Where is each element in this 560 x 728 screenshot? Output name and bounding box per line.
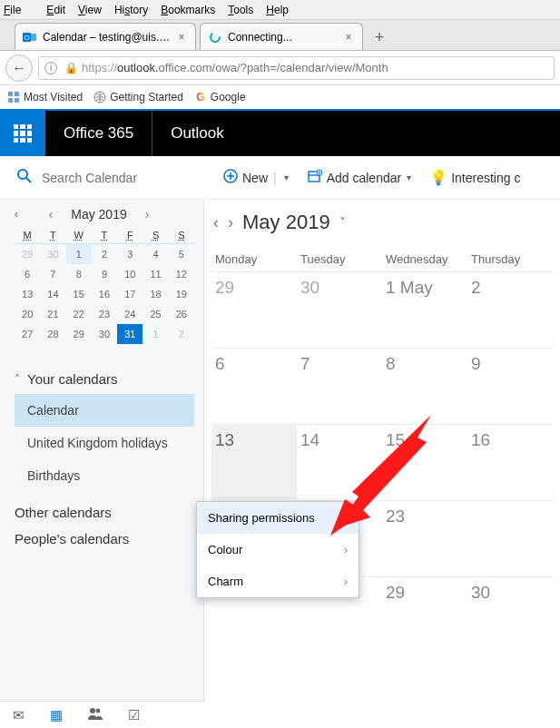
bookmark-google[interactable]: G Google [194, 91, 246, 103]
month-label[interactable]: May 2019 [242, 211, 330, 234]
mini-day-cell[interactable]: 25 [142, 304, 168, 324]
site-info-icon[interactable]: i [44, 62, 57, 74]
mini-day-cell[interactable]: 26 [169, 304, 194, 324]
interesting-calendars-button[interactable]: 💡 Interesting c [429, 169, 520, 186]
mini-day-cell[interactable]: 9 [92, 264, 117, 284]
new-button[interactable]: New | ▾ [222, 168, 289, 188]
mini-day-cell[interactable]: 20 [15, 304, 40, 324]
day-cell[interactable]: 29 [382, 577, 467, 653]
mini-day-cell[interactable]: 29 [66, 324, 92, 344]
mini-day-cell[interactable]: 21 [40, 304, 65, 324]
mail-icon[interactable]: ✉ [13, 707, 25, 723]
peoples-calendars-header[interactable]: People's calendars [15, 526, 194, 552]
menu-file[interactable]: File [4, 4, 34, 16]
ctx-charm[interactable]: Charm › [197, 566, 359, 597]
mini-day-cell[interactable]: 11 [142, 264, 168, 284]
mini-day-cell[interactable]: 2 [169, 324, 194, 344]
month-header: ‹ › May 2019 ˅ [213, 211, 553, 234]
day-cell[interactable]: 16 [467, 425, 553, 500]
mini-day-cell[interactable]: 8 [66, 264, 92, 284]
mini-dow-cell: T [92, 227, 117, 244]
mini-day-cell[interactable]: 6 [15, 264, 40, 284]
mini-day-cell[interactable]: 29 [15, 244, 40, 265]
tab-close-icon[interactable]: × [342, 31, 355, 44]
menu-edit[interactable]: Edit [46, 4, 65, 16]
bookmark-getting-started[interactable]: Getting Started [93, 91, 183, 103]
calendar-item-uk-holidays[interactable]: United Kingdom holidays [15, 427, 194, 459]
day-cell[interactable]: 30 [467, 577, 553, 653]
mini-day-cell[interactable]: 31 [117, 324, 142, 344]
mini-day-cell[interactable]: 30 [40, 244, 65, 265]
menu-help[interactable]: Help [266, 4, 289, 16]
mini-day-cell[interactable]: 19 [169, 284, 194, 304]
suite-brand[interactable]: Office 365 [45, 124, 152, 143]
day-cell[interactable]: 1 May [382, 272, 467, 348]
search-calendar[interactable] [0, 168, 204, 187]
menu-view[interactable]: View [78, 4, 102, 16]
mini-day-cell[interactable]: 7 [40, 264, 65, 284]
google-icon: G [194, 91, 207, 103]
your-calendars-header[interactable]: ˄ Your calendars [15, 366, 194, 392]
calendar-item-birthdays[interactable]: Birthdays [15, 459, 194, 492]
mini-day-cell[interactable]: 17 [117, 284, 142, 304]
mini-day-cell[interactable]: 28 [40, 324, 65, 344]
add-calendar-button[interactable]: Add calendar ▾ [307, 168, 412, 188]
mini-day-cell[interactable]: 4 [142, 244, 168, 265]
mini-day-cell[interactable]: 12 [169, 264, 194, 284]
prev-month-button[interactable]: ‹ [213, 213, 219, 232]
next-month-icon[interactable]: › [145, 207, 150, 221]
calendar-icon[interactable]: ▦ [50, 707, 63, 723]
day-cell[interactable]: 30 [297, 272, 382, 348]
mini-day-cell[interactable]: 22 [66, 304, 92, 324]
mini-day-cell[interactable]: 1 [142, 324, 168, 344]
menu-history[interactable]: History [114, 4, 148, 16]
url-bar[interactable]: i 🔒 https://outlook.office.com/owa/?path… [38, 56, 555, 80]
bookmark-label: Most Visited [24, 91, 83, 103]
ctx-colour[interactable]: Colour › [197, 534, 359, 566]
mini-day-cell[interactable]: 14 [40, 284, 65, 304]
mini-day-cell[interactable]: 24 [117, 304, 142, 324]
day-cell[interactable] [467, 501, 553, 576]
app-name[interactable]: Outlook [152, 124, 242, 143]
day-cell[interactable]: 6 [211, 349, 297, 424]
mini-day-cell[interactable]: 1 [66, 244, 92, 265]
mini-day-cell[interactable]: 15 [66, 284, 92, 304]
peoples-calendars-label: People's calendars [15, 531, 129, 546]
other-calendars-header[interactable]: Other calendars [15, 499, 194, 526]
day-cell[interactable]: 13 [211, 425, 297, 500]
browser-tab[interactable]: Connecting... × [200, 23, 363, 50]
mini-day-cell[interactable]: 18 [142, 284, 168, 304]
tasks-icon[interactable]: ☑ [128, 707, 140, 723]
new-tab-button[interactable]: + [367, 25, 392, 50]
prev-month-icon[interactable]: ‹ [49, 207, 54, 221]
chevron-down-icon[interactable]: ˅ [339, 215, 346, 230]
menu-bookmarks[interactable]: Bookmarks [161, 4, 215, 16]
mini-day-cell[interactable]: 13 [15, 284, 40, 304]
next-month-button[interactable]: › [228, 213, 233, 232]
tab-close-icon[interactable]: × [175, 31, 188, 44]
back-button[interactable]: ← [5, 54, 33, 82]
mini-day-cell[interactable]: 10 [117, 264, 142, 284]
bookmark-most-visited[interactable]: Most Visited [7, 91, 83, 103]
browser-tab[interactable]: O Calendar – testing@uis.ca... × [15, 23, 196, 50]
mini-day-cell[interactable]: 5 [169, 244, 194, 265]
command-bar: New | ▾ Add calendar ▾ 💡 Interesting c [0, 156, 560, 200]
mini-dow-cell: W [66, 227, 92, 244]
app-launcher-button[interactable] [0, 111, 45, 156]
mini-day-cell[interactable]: 23 [92, 304, 117, 324]
mini-day-cell[interactable]: 2 [92, 244, 117, 265]
search-input[interactable] [42, 171, 169, 185]
day-cell[interactable]: 2 [467, 272, 553, 348]
people-icon[interactable] [88, 707, 103, 723]
mini-day-cell[interactable]: 27 [15, 324, 40, 344]
chevron-down-icon[interactable]: ▾ [284, 172, 289, 182]
menu-tools[interactable]: Tools [228, 4, 253, 16]
day-cell[interactable]: 29 [211, 272, 297, 348]
mini-day-cell[interactable]: 3 [117, 244, 142, 265]
mini-day-cell[interactable]: 16 [92, 284, 117, 304]
mini-day-cell[interactable]: 30 [92, 324, 117, 344]
dow-label: Tuesday [297, 247, 382, 271]
chevron-down-icon[interactable]: ▾ [407, 172, 411, 182]
calendar-item-calendar[interactable]: Calendar [15, 394, 194, 427]
day-cell[interactable]: 9 [467, 349, 553, 424]
